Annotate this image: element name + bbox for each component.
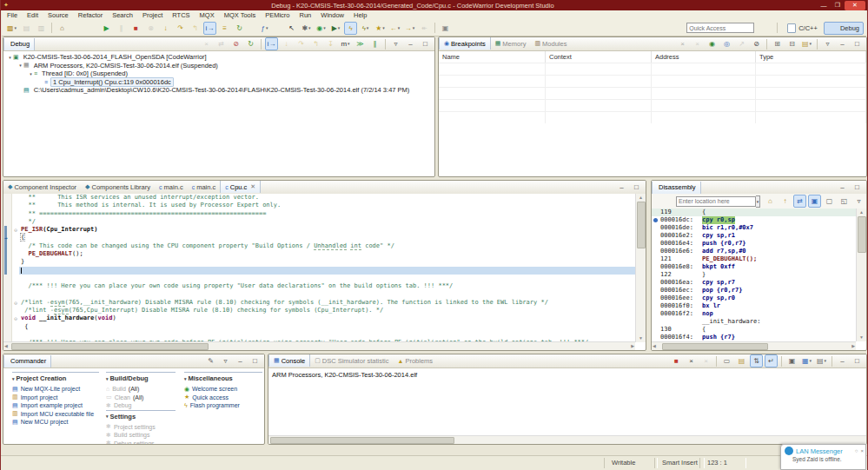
commander-item-import-project[interactable]: ▥Import project (12, 394, 99, 402)
disassembly-row[interactable]: __init_hardware: (652, 318, 856, 326)
code-editor[interactable]: ** This ISR services an unused interrupt… (3, 194, 635, 342)
last-edit-icon[interactable]: ↞ (418, 22, 431, 35)
search-icon[interactable]: ○ (855, 448, 858, 453)
goto-file-icon[interactable]: ↗ (735, 37, 748, 50)
word-wrap-icon[interactable]: ↵ (765, 354, 778, 367)
close-popup-icon[interactable]: × (860, 448, 864, 453)
fold-collapse-icon[interactable]: ⊖ (12, 226, 19, 234)
clear-console-icon[interactable]: ▭ (720, 354, 733, 367)
pemicro-debug-icon[interactable]: ƒ (258, 22, 271, 35)
maximize-icon[interactable]: □ (630, 181, 643, 194)
pin-console-icon[interactable]: ▣ (785, 354, 798, 367)
multicore-resume-icon[interactable]: ≫ (354, 37, 367, 50)
forward-icon[interactable]: → (403, 22, 416, 35)
minimize-icon[interactable]: – (836, 37, 849, 50)
select-tool-icon[interactable]: ↖ (285, 22, 298, 35)
save-all-icon[interactable]: ▥ (35, 22, 48, 35)
open-console-icon[interactable]: ▤ (815, 354, 828, 367)
code-line[interactable]: { (3, 323, 635, 331)
commander-item-suffix[interactable]: (All) (133, 394, 143, 400)
editor-vertical-scrollbar[interactable]: ▲ ▼ (635, 194, 646, 342)
disassembly-location-input[interactable] (676, 196, 756, 207)
tab-dsc-simulator-statistic[interactable]: ▢DSC Simulator statistic (310, 354, 393, 367)
disassembly-row[interactable]: 000016e4:push {r0,r7} (652, 240, 856, 248)
chevron-down-icon[interactable]: ▾ (184, 376, 187, 381)
disassembly-row[interactable]: 000016ec:pop {r0,r7} (652, 287, 856, 295)
group-by-icon[interactable]: ▤ (800, 37, 813, 50)
fold-collapse-icon[interactable]: ⊖ (12, 299, 19, 307)
scroll-lock-icon[interactable]: ⇅ (750, 354, 763, 367)
view-menu-icon[interactable]: ▿ (821, 37, 834, 50)
code-line[interactable]: /* This code can be changed using the CP… (3, 242, 635, 250)
expander-icon[interactable]: ▾ (7, 55, 13, 60)
remove-breakpoint-icon[interactable]: × (676, 37, 689, 50)
code-line[interactable] (3, 267, 635, 275)
close-tab-icon[interactable]: ✕ (250, 183, 255, 190)
target-tasks-icon[interactable]: ★ (374, 22, 387, 35)
disassembly-row[interactable]: 000016dc:cpy r0,sp (652, 216, 856, 224)
tab-debug-view[interactable]: Debug (3, 38, 35, 50)
tab-problems[interactable]: ▲Problems (393, 354, 437, 367)
instruction-stepping-icon[interactable]: i→ (203, 22, 216, 35)
multicore-terminate-icon[interactable]: ∥ (368, 37, 381, 50)
debug-tree-item[interactable]: ≡1 Cpu_Interrupt() Cpu.c:119 0x000016dc (3, 78, 434, 87)
code-line[interactable]: /*lint -esym(765,Cpu_Interrupt) Disable … (3, 307, 635, 314)
tab-console[interactable]: ▦Console (268, 354, 310, 367)
customize-icon[interactable]: ✎ (204, 354, 217, 367)
minimize-icon[interactable]: – (234, 354, 247, 367)
external-tools-icon[interactable]: ▶ (329, 22, 342, 35)
collapse-all-icon[interactable]: ⊟ (785, 37, 798, 50)
editor-tab-main-c[interactable]: cmain.c (155, 181, 188, 193)
menu-rtcs[interactable]: RTCS (172, 11, 189, 19)
pin-editor-icon[interactable]: ▣ (439, 22, 452, 35)
menu-project[interactable]: Project (142, 11, 162, 19)
run-icon[interactable]: ◉ (315, 22, 328, 35)
new-icon[interactable]: ▩ (5, 22, 18, 35)
commander-item-welcome-screen[interactable]: ◉Welcome screen (184, 385, 262, 394)
commander-item-suffix[interactable]: (All) (129, 386, 139, 392)
minimize-icon[interactable]: – (615, 181, 628, 194)
tab-disassembly[interactable]: Disassembly (652, 182, 701, 194)
editor-tab-cpu-c[interactable]: cCpu.c✕ (220, 181, 261, 193)
code-line[interactable]: ⊖void __init_hardware(void) (3, 314, 635, 322)
show-supported-breakpoints-icon[interactable]: ◉ (706, 37, 719, 50)
editor-tab-component-inspector[interactable]: ◆Component Inspector (3, 181, 81, 193)
menu-pemicro[interactable]: PEMicro (265, 11, 289, 19)
menu-mqx[interactable]: MQX (200, 11, 215, 19)
column-header-address[interactable]: Address (652, 51, 756, 63)
code-line[interactable]: PE_DEBUGHALT(); (3, 250, 635, 258)
track-pc-icon[interactable]: ▣ (808, 195, 821, 208)
chevron-down-icon[interactable]: ▾ (106, 414, 109, 419)
step-filters-icon[interactable]: ≡ (218, 22, 231, 35)
column-header-type[interactable]: Type (756, 51, 866, 63)
commander-item-quick-access[interactable]: ★Quick access (184, 394, 262, 402)
code-line[interactable]: →{ (3, 234, 635, 242)
view-menu-icon[interactable]: ▿ (852, 195, 865, 208)
maximize-window-button[interactable]: ❐ (831, 1, 845, 10)
disassembly-row[interactable]: 000016e8:bkpt 0xff (652, 263, 856, 271)
debug-tree-item[interactable]: ▾▦ARM Processors, K20-CMSIS-Test-30-06-2… (3, 62, 434, 70)
code-line[interactable] (3, 331, 635, 339)
step-return-icon[interactable]: ↰ (189, 22, 202, 35)
chevron-down-icon[interactable]: ▾ (12, 376, 15, 381)
maximize-icon[interactable]: □ (419, 37, 432, 50)
disassembly-row[interactable]: 130{ (652, 326, 856, 334)
remove-all-launches-icon[interactable]: × (699, 354, 712, 367)
commander-item-new-mqx-lite-project[interactable]: ▤New MQX-Lite project (12, 385, 99, 394)
code-line[interactable]: ⊖PE_ISR(Cpu_Interrupt) (3, 226, 635, 234)
commander-item-import-example-project[interactable]: ▤Import example project (12, 401, 99, 410)
disassembly-row[interactable]: 000016e6:add r7,sp,#0 (652, 248, 856, 255)
tab-memory[interactable]: ▦Memory (491, 37, 531, 50)
disassembly-row[interactable]: 121PE_DEBUGHALT(); (652, 255, 856, 263)
disassembly-horizontal-scrollbar[interactable]: ◀ ▶ (652, 341, 856, 350)
reset-target-icon[interactable]: ↻ (244, 37, 257, 50)
menu-source[interactable]: Source (48, 11, 69, 19)
code-line[interactable]: ** This ISR services an unused interrupt… (3, 194, 635, 202)
step-return-icon[interactable]: ↰ (309, 37, 322, 50)
minimize-window-button[interactable]: — (817, 1, 831, 10)
perspective-debug-button[interactable]: Debug (824, 22, 864, 35)
step-over-icon[interactable]: ↷ (295, 37, 308, 50)
code-line[interactable]: */ (3, 218, 635, 226)
remove-all-terminated-icon[interactable]: × (200, 37, 213, 50)
view-menu-icon[interactable]: ▿ (389, 37, 402, 50)
